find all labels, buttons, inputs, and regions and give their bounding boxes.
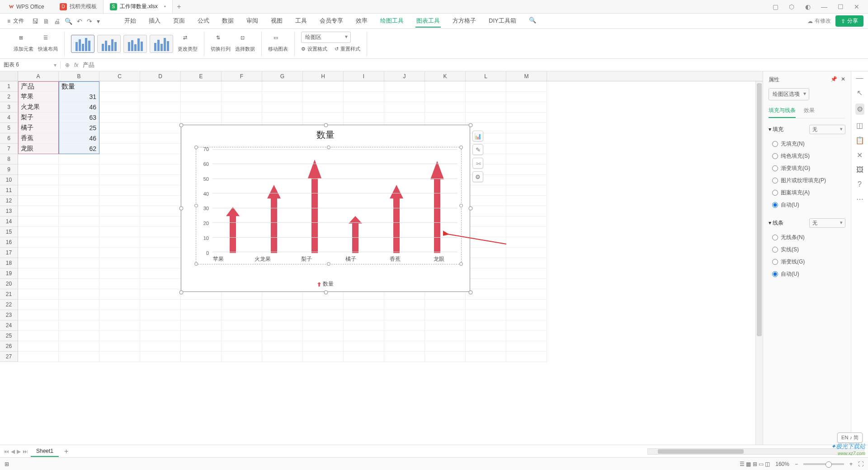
cell-H3[interactable]	[303, 102, 344, 113]
cell-F26[interactable]	[222, 341, 262, 352]
cell-C3[interactable]	[99, 102, 140, 113]
cell-D6[interactable]	[140, 133, 181, 144]
radio-input[interactable]	[772, 259, 778, 265]
cell-L20[interactable]	[466, 279, 506, 289]
cell-D1[interactable]	[140, 81, 181, 92]
cube-icon[interactable]: ⬡	[788, 3, 796, 10]
tab-workbook[interactable]: S 工作簿数量.xlsx •	[104, 0, 173, 13]
cell-C5[interactable]	[99, 123, 140, 133]
sheet-tab-1[interactable]: Sheet1	[31, 446, 59, 457]
col-header-K[interactable]: K	[425, 71, 466, 81]
tab-insert[interactable]: 插入	[148, 15, 161, 28]
cell-M9[interactable]	[506, 164, 547, 175]
cell-D16[interactable]	[140, 237, 181, 248]
cell-D10[interactable]	[140, 175, 181, 185]
cell-G1[interactable]	[262, 81, 303, 92]
cell-L18[interactable]	[466, 258, 506, 268]
col-header-I[interactable]: I	[344, 71, 384, 81]
prop-radio[interactable]: 自动(U)	[769, 199, 845, 211]
cell-J2[interactable]	[384, 92, 425, 102]
cell-K3[interactable]	[425, 102, 466, 113]
radio-input[interactable]	[772, 153, 778, 159]
cell-C6[interactable]	[99, 133, 140, 144]
tab-page[interactable]: 页面	[172, 15, 186, 28]
cell-I23[interactable]	[344, 310, 384, 320]
cell-C21[interactable]	[99, 289, 140, 300]
cell-L16[interactable]	[466, 237, 506, 248]
cell-A17[interactable]	[18, 248, 59, 258]
cell-K1[interactable]	[425, 81, 466, 92]
cell-M13[interactable]	[506, 206, 547, 216]
chart-legend[interactable]: 数量	[181, 280, 470, 288]
cell-D22[interactable]	[140, 300, 181, 310]
search-icon[interactable]: 🔍	[528, 15, 537, 28]
reset-style-button[interactable]: ↺重置样式	[335, 46, 360, 52]
cell-D8[interactable]	[140, 154, 181, 164]
cell-C27[interactable]	[99, 352, 140, 362]
image-icon[interactable]: 🖼	[856, 166, 863, 174]
bar-香蕉[interactable]	[390, 185, 403, 253]
cell-M18[interactable]	[506, 258, 547, 268]
cell-G24[interactable]	[262, 320, 303, 331]
cell-L25[interactable]	[466, 331, 506, 341]
cell-D17[interactable]	[140, 248, 181, 258]
cell-I2[interactable]	[344, 92, 384, 102]
cell-A7[interactable]: 龙眼	[18, 144, 59, 154]
cell-I4[interactable]	[344, 113, 384, 123]
cell-B7[interactable]: 62	[59, 144, 99, 154]
radio-input[interactable]	[772, 165, 778, 171]
cell-G2[interactable]	[262, 92, 303, 102]
cell-G26[interactable]	[262, 341, 303, 352]
cell-B9[interactable]	[59, 164, 99, 175]
name-box[interactable]: 图表 6▾	[0, 61, 61, 69]
cell-A18[interactable]	[18, 258, 59, 268]
prop-tab-fill[interactable]: 填充与线条	[769, 107, 796, 118]
cell-L10[interactable]	[466, 175, 506, 185]
help-icon[interactable]: ?	[858, 180, 862, 188]
cell-E27[interactable]	[181, 352, 222, 362]
chart-title[interactable]: 数量	[181, 129, 470, 141]
new-tab-button[interactable]: +	[173, 0, 185, 13]
cell-L7[interactable]	[466, 144, 506, 154]
cell-M27[interactable]	[506, 352, 547, 362]
row-header-22[interactable]: 22	[0, 300, 18, 310]
radio-input[interactable]	[772, 141, 778, 147]
col-header-D[interactable]: D	[140, 71, 181, 81]
last-sheet-icon[interactable]: ⏭	[23, 448, 28, 455]
cell-F4[interactable]	[222, 113, 262, 123]
prop-radio[interactable]: 无线条(N)	[769, 231, 845, 244]
zoom-fx-icon[interactable]: ⊕	[65, 62, 70, 68]
cell-B14[interactable]	[59, 216, 99, 227]
cell-L9[interactable]	[466, 164, 506, 175]
close-icon[interactable]: ✕	[853, 3, 861, 10]
preview-icon[interactable]: 🔍	[65, 18, 72, 25]
cell-L21[interactable]	[466, 289, 506, 300]
zoom-slider[interactable]	[803, 463, 844, 465]
zoom-value[interactable]: 160%	[775, 461, 789, 467]
cell-L1[interactable]	[466, 81, 506, 92]
cell-L23[interactable]	[466, 310, 506, 320]
cell-C20[interactable]	[99, 279, 140, 289]
ruler-icon[interactable]: ✕	[857, 151, 863, 160]
cell-M24[interactable]	[506, 320, 547, 331]
cell-A11[interactable]	[18, 185, 59, 196]
cell-M10[interactable]	[506, 175, 547, 185]
cell-L12[interactable]	[466, 196, 506, 206]
cell-A24[interactable]	[18, 320, 59, 331]
cell-M5[interactable]	[506, 123, 547, 133]
cell-D4[interactable]	[140, 113, 181, 123]
cell-M22[interactable]	[506, 300, 547, 310]
row-header-1[interactable]: 1	[0, 81, 18, 92]
cell-C23[interactable]	[99, 310, 140, 320]
cell-H25[interactable]	[303, 331, 344, 341]
chart-style-1[interactable]	[71, 35, 94, 53]
cell-M26[interactable]	[506, 341, 547, 352]
cell-A1[interactable]: 产品	[18, 81, 59, 92]
cell-J24[interactable]	[384, 320, 425, 331]
cell-H24[interactable]	[303, 320, 344, 331]
collapse-panel-icon[interactable]: —	[856, 74, 863, 82]
switch-rc-button[interactable]: ⇅切换行列	[211, 35, 231, 52]
cell-B3[interactable]: 46	[59, 102, 99, 113]
cell-C1[interactable]	[99, 81, 140, 92]
cell-K22[interactable]	[425, 300, 466, 310]
